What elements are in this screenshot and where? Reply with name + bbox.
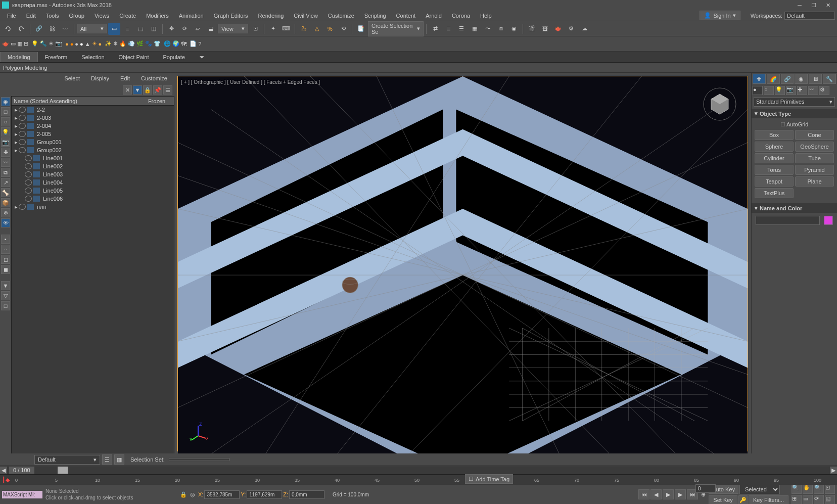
layer-explorer-button[interactable]: ☰ [455, 23, 468, 35]
se-display-4-icon[interactable]: ◼ [1, 265, 10, 274]
scene-item-2-003[interactable]: ▸2-003 [12, 114, 174, 122]
cp-tab-hierarchy[interactable]: 🔗 [781, 74, 794, 84]
menu-customize[interactable]: Customize [323, 11, 359, 20]
nav-fov-icon[interactable]: ⊡ [825, 484, 835, 494]
create-cone-button[interactable]: Cone [795, 130, 834, 140]
particle3-icon[interactable]: 🔥 [119, 40, 126, 47]
create-teapot-button[interactable]: Teapot [755, 176, 794, 187]
cp-tab-motion[interactable]: ◉ [795, 74, 808, 84]
visibility-icon[interactable] [25, 188, 32, 194]
cp-tab-modify[interactable]: 🌈 [767, 74, 780, 84]
se-filter-xref-icon[interactable]: ↗ [1, 178, 10, 187]
z-input[interactable] [289, 490, 324, 499]
named-sel-dropdown[interactable]: Create Selection Se▾ [368, 21, 424, 36]
se-filter-shape-icon[interactable]: ○ [1, 117, 10, 126]
scene-item-2-004[interactable]: ▸2-004 [12, 122, 174, 130]
menu-group[interactable]: Group [64, 11, 89, 20]
maxscript-listener[interactable]: MAXScript Mi: [2, 491, 42, 498]
scene-item-Group001[interactable]: ▸Group001 [12, 138, 174, 146]
menu-civil-view[interactable]: Civil View [289, 11, 322, 20]
cp-sub-lights[interactable]: 💡 [775, 86, 785, 95]
redo-button[interactable] [15, 23, 27, 35]
nav-zoom-icon[interactable]: 🔍 [814, 484, 824, 494]
visibility-icon[interactable] [25, 171, 32, 177]
render-setup-button[interactable]: 🎬 [526, 23, 538, 35]
pivot-button[interactable]: ⊡ [249, 23, 261, 35]
menu-animation[interactable]: Animation [174, 11, 209, 20]
workspace-input[interactable] [784, 12, 835, 20]
ribbon-tab-populate[interactable]: Populate [156, 52, 192, 62]
viewport[interactable]: [ + ] [ Orthographic ] [ User Defined ] … [177, 76, 748, 451]
percent-snap-button[interactable]: % [324, 23, 336, 35]
teapot-icon[interactable]: 🫖 [2, 40, 9, 47]
globe-icon[interactable]: 🌐 [164, 40, 171, 47]
selection-filter-dropdown[interactable]: All▾ [77, 24, 107, 33]
cp-sub-shapes[interactable]: ○ [764, 86, 774, 95]
create-tube-button[interactable]: Tube [795, 153, 834, 163]
selection-set-dropdown[interactable] [169, 458, 229, 461]
signin-button[interactable]: 👤Sign In▾ [700, 11, 740, 20]
align-button[interactable]: ≣ [442, 23, 454, 35]
menu-edit[interactable]: Edit [21, 11, 41, 20]
angle-snap-button[interactable]: △ [311, 23, 323, 35]
se-filter-geom-icon[interactable]: □ [1, 107, 10, 116]
scene-item-Line002[interactable]: Line002 [12, 162, 174, 170]
sphere-white-icon[interactable]: ● [80, 41, 83, 47]
cp-tab-utilities[interactable]: 🔧 [823, 74, 836, 84]
menu-arnold[interactable]: Arnold [421, 11, 447, 20]
add-time-tag-button[interactable]: ☐Add Time Tag [465, 474, 513, 484]
se-menu-customize[interactable]: Customize [136, 74, 172, 82]
freeze-icon[interactable] [27, 131, 34, 137]
light-omni-icon[interactable]: 💡 [31, 40, 38, 47]
se-filter-all-icon[interactable]: ◉ [1, 97, 10, 106]
cp-sub-cameras[interactable]: 📷 [786, 86, 796, 95]
lock-selection-icon[interactable]: 🔒 [180, 491, 187, 498]
particle2-icon[interactable]: ❄ [113, 40, 118, 47]
se-menu-edit[interactable]: Edit [115, 74, 135, 82]
box-icon[interactable]: ▦ [17, 40, 22, 47]
layer-dropdown[interactable]: Default▾ [34, 455, 100, 465]
cp-sub-spacewarps[interactable]: 〰 [808, 86, 818, 95]
scene-item-2-2[interactable]: ▸2-2 [12, 106, 174, 114]
visibility-icon[interactable] [19, 115, 26, 121]
scene-item-Group002[interactable]: ▸Group002 [12, 146, 174, 154]
light-direct-icon[interactable]: ☀ [49, 40, 54, 47]
cp-sub-helpers[interactable]: ✚ [797, 86, 807, 95]
render-frame-button[interactable]: 🖼 [539, 23, 551, 35]
visibility-icon[interactable] [25, 163, 32, 169]
manipulate-button[interactable]: ✦ [267, 23, 279, 35]
key-icon[interactable]: 🔑 [738, 495, 748, 504]
create-textplus-button[interactable]: TextPlus [755, 188, 794, 198]
window-crossing-button[interactable]: ◫ [148, 23, 160, 35]
goto-start-button[interactable]: ⏮ [638, 489, 649, 499]
scene-item-Line004[interactable]: Line004 [12, 178, 174, 187]
se-filter-container-icon[interactable]: 📦 [1, 198, 10, 207]
current-frame-input[interactable] [695, 484, 716, 493]
setkey-button[interactable]: Set Key [709, 495, 737, 504]
viewport-label[interactable]: [ + ] [ Orthographic ] [ User Defined ] … [181, 79, 320, 85]
freeze-icon[interactable] [27, 115, 34, 121]
create-cylinder-button[interactable]: Cylinder [755, 153, 794, 163]
isolate-icon[interactable]: ◎ [190, 491, 195, 498]
plane-icon[interactable]: ▭ [11, 40, 16, 47]
scene-item-Line001[interactable]: Line001 [12, 154, 174, 162]
nav-region-icon[interactable]: ▭ [803, 495, 813, 504]
render-button[interactable]: 🫖 [552, 23, 564, 35]
freeze-icon[interactable] [33, 163, 40, 169]
cp-sub-systems[interactable]: ⚙ [819, 86, 829, 95]
undo-button[interactable] [2, 23, 14, 35]
menu-graph-editors[interactable]: Graph Editors [209, 11, 253, 20]
minimize-button[interactable]: ─ [793, 1, 807, 9]
unlink-button[interactable]: ⛓ [46, 23, 58, 35]
object-name-input[interactable] [756, 216, 820, 225]
se-filter-space-icon[interactable]: 〰 [1, 158, 10, 167]
create-sphere-button[interactable]: Sphere [755, 142, 794, 152]
freeze-icon[interactable] [33, 155, 40, 161]
cone-icon[interactable]: ▲ [85, 41, 90, 47]
toggle-ribbon-button[interactable]: ▦ [469, 23, 481, 35]
nav-max-icon[interactable]: ◱ [825, 495, 835, 504]
rollout-name-color[interactable]: ▾Name and Color [752, 203, 837, 213]
cloth-icon[interactable]: 👕 [154, 40, 161, 47]
ribbon-toggle[interactable]: ⏷ [192, 52, 212, 62]
curve-editor-button[interactable]: 〜 [482, 23, 494, 35]
